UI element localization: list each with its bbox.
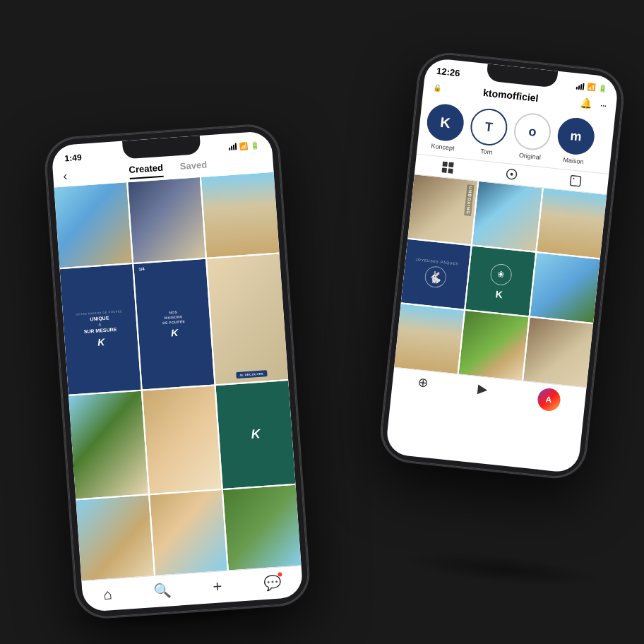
svg-rect-2	[441, 167, 447, 173]
flower-icon: ❀	[497, 269, 505, 280]
back-phone-shadow	[399, 544, 606, 594]
svg-rect-3	[448, 168, 453, 174]
svg-rect-1	[448, 162, 454, 167]
back-grid-item-4[interactable]: JOYEUSES PÂQUES 🐇	[401, 239, 471, 309]
teal-k-big: K	[251, 427, 261, 442]
rabbit-circle: 🐇	[424, 266, 447, 289]
tab-saved[interactable]: Saved	[179, 159, 208, 176]
front-wifi-icon: 📶	[239, 142, 249, 150]
front-signal-icon	[229, 143, 237, 150]
back-wifi-icon: 📶	[587, 83, 596, 91]
back-grid-item-5[interactable]: ❀ K	[465, 246, 535, 316]
front-grid-item-5[interactable]: 1/4 NOSMAISONSDE POUPÉE K	[133, 259, 215, 389]
navy-k-logo: K	[97, 336, 105, 348]
highlight-original-circle: o	[512, 112, 552, 152]
back-grid: UNBOXING JOYEUSES PÂQUES 🐇	[394, 174, 607, 387]
front-phone-screen: 1:49 📶 🔋 ‹ Created Saved	[51, 131, 303, 612]
back-grid-item-1[interactable]: UNBOXING	[407, 174, 477, 244]
bottom-create-icon[interactable]: +	[213, 577, 223, 596]
back-header-actions: 🔔 ···	[579, 97, 607, 111]
front-battery-icon: 🔋	[251, 141, 260, 150]
sur-mesure-text: SUR MESURE	[83, 326, 117, 333]
bottom-messages-container: 💬	[263, 573, 282, 592]
notification-dot	[278, 572, 282, 576]
back-username[interactable]: ktomofficiel	[483, 87, 539, 104]
highlight-koncept[interactable]: K Koncept	[424, 102, 466, 153]
front-phone: 1:49 📶 🔋 ‹ Created Saved	[44, 124, 311, 619]
nos-maisons-text: NOSMAISONSDE POUPÉE	[162, 309, 185, 326]
front-grid-item-2[interactable]	[128, 177, 205, 263]
flower-circle: ❀	[489, 263, 513, 286]
unique-text: UNIQUE	[90, 315, 109, 321]
front-grid-item-12[interactable]	[223, 485, 301, 571]
badge-1-4: 1/4	[136, 266, 147, 272]
back-phone-screen: 12:26 📶 🔋 🔒 ktomofficiel 🔔	[385, 57, 619, 474]
back-grid-item-9[interactable]	[523, 318, 593, 388]
back-tab-tag[interactable]	[543, 172, 609, 190]
back-grid-item-8[interactable]	[459, 311, 529, 381]
unboxing-text: UNBOXING	[464, 184, 475, 216]
back-tab-grid[interactable]	[415, 158, 481, 176]
highlight-koncept-label: Koncept	[431, 143, 455, 152]
front-grid-item-9[interactable]: K	[216, 381, 296, 489]
tab-created[interactable]: Created	[129, 162, 164, 179]
back-bottom-create[interactable]: ⊕	[416, 374, 429, 398]
back-grid-item-6[interactable]	[530, 253, 600, 323]
highlight-tom[interactable]: T Tom	[467, 107, 509, 157]
ampersand-text: &	[98, 322, 101, 326]
back-grid-item-3[interactable]	[537, 189, 607, 258]
back-lock-icon: 🔒	[433, 83, 442, 92]
votre-maison-label: VOTRE MAISON DE POUPÉE	[76, 309, 122, 316]
front-grid-item-3[interactable]	[201, 172, 279, 258]
rabbit-icon: 🐇	[428, 270, 443, 285]
highlight-original-label: Original	[518, 152, 541, 161]
front-grid-item-7[interactable]	[68, 390, 148, 499]
front-status-icons: 📶 🔋	[229, 141, 260, 151]
front-grid-item-8[interactable]	[142, 386, 222, 494]
bottom-search-icon[interactable]: 🔍	[153, 581, 172, 600]
highlight-maison-label: Maison	[563, 156, 584, 165]
front-grid-item-6[interactable]: JE DÉCOUVRE	[207, 254, 288, 383]
bottom-messages-icon[interactable]: 💬	[263, 574, 282, 591]
highlight-original[interactable]: o Original	[511, 112, 553, 162]
je-decouvre-btn[interactable]: JE DÉCOUVRE	[236, 370, 268, 378]
back-bottom-reels[interactable]: ▶	[477, 381, 489, 404]
highlight-tom-label: Tom	[480, 148, 493, 156]
svg-point-5	[510, 173, 513, 176]
highlight-maison-circle: m	[556, 116, 596, 156]
back-more-icon[interactable]: ···	[600, 99, 607, 111]
back-battery-icon: 🔋	[597, 84, 607, 93]
easter-label: JOYEUSES PÂQUES	[415, 257, 458, 266]
svg-rect-0	[442, 161, 448, 167]
bottom-home-icon[interactable]: ⌂	[103, 586, 113, 603]
back-camera-btn[interactable]: A	[536, 387, 561, 412]
scene: 12:26 📶 🔋 🔒 ktomofficiel 🔔	[18, 18, 626, 626]
back-phone: 12:26 📶 🔋 🔒 ktomofficiel 🔔	[378, 51, 625, 479]
highlight-tom-circle: T	[469, 107, 509, 147]
highlight-maison[interactable]: m Maison	[555, 116, 597, 166]
front-grid-item-10[interactable]	[76, 496, 153, 581]
back-grid-item-7[interactable]	[394, 304, 464, 374]
front-grid-item-4[interactable]: VOTRE MAISON DE POUPÉE UNIQUE & SUR MESU…	[59, 264, 141, 394]
front-grid-item-1[interactable]	[54, 182, 131, 268]
back-bell-icon[interactable]: 🔔	[579, 97, 592, 109]
back-grid-item-2[interactable]	[472, 181, 542, 251]
back-tab-reels[interactable]	[479, 165, 544, 183]
front-back-button[interactable]: ‹	[63, 169, 68, 184]
back-time: 12:26	[436, 66, 461, 78]
back-signal-icon	[576, 82, 585, 90]
front-grid: VOTRE MAISON DE POUPÉE UNIQUE & SUR MESU…	[54, 172, 301, 580]
back-status-icons: 📶 🔋	[576, 82, 607, 93]
front-time: 1:49	[64, 153, 82, 164]
front-grid-item-11[interactable]	[150, 490, 227, 576]
highlight-koncept-circle: K	[425, 102, 465, 143]
maison-k-logo: K	[171, 326, 179, 338]
svg-rect-6	[571, 176, 581, 186]
teal-k-logo: K	[495, 288, 503, 300]
svg-point-7	[573, 178, 575, 179]
